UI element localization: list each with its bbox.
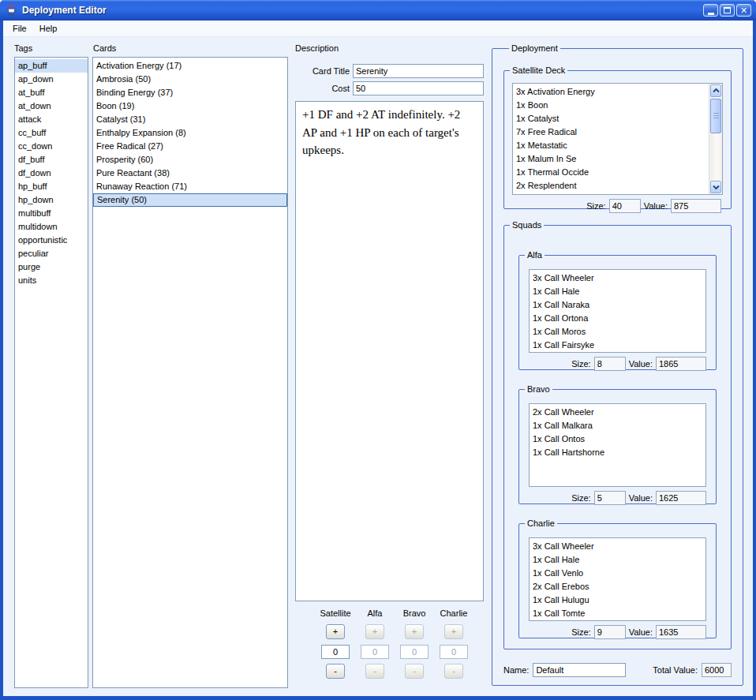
list-item[interactable]: peculiar	[15, 247, 88, 260]
squad-alfa-label: Alfa	[525, 250, 545, 260]
list-item[interactable]: attack	[15, 113, 88, 126]
scrollbar-up-button[interactable]	[710, 84, 721, 97]
charlie-size-label: Size:	[571, 627, 590, 637]
list-item[interactable]: 3x Call Wheeler	[530, 540, 705, 553]
list-item[interactable]: 1x Call Fairsyke	[530, 339, 705, 352]
chevron-up-icon	[713, 88, 720, 93]
list-item[interactable]: 1x Call Hartshorne	[530, 446, 705, 459]
list-item[interactable]: 2x Call Erebos	[530, 580, 705, 593]
list-item[interactable]: Activation Energy (17)	[93, 59, 287, 73]
list-item[interactable]: 1x Call Ortona	[530, 312, 705, 325]
list-item[interactable]: at_down	[15, 99, 88, 113]
titlebar[interactable]: Deployment Editor ✕	[0, 0, 756, 21]
satellite-count-input[interactable]	[321, 645, 350, 659]
list-item[interactable]: 1x Call Moros	[530, 325, 705, 339]
description-textarea[interactable]: +1 DF and +2 AT indefinitely. +2 AP and …	[295, 101, 484, 601]
list-item[interactable]: Ambrosia (50)	[93, 73, 287, 86]
list-item[interactable]: 1x Metastatic	[513, 139, 707, 152]
close-icon: ✕	[740, 6, 747, 15]
scrollbar-down-button[interactable]	[710, 181, 721, 193]
stepper-charlie-label: Charlie	[440, 608, 468, 620]
list-item[interactable]: 3x Activation Energy	[513, 85, 707, 99]
list-item[interactable]: Boon (19)	[93, 99, 287, 113]
stepper-alfa: Alfa + -	[355, 608, 395, 679]
maximize-button[interactable]	[720, 4, 735, 17]
java-coffee-cup-icon	[5, 3, 19, 17]
charlie-size-field	[594, 625, 626, 639]
tags-label: Tags	[14, 43, 32, 53]
list-item[interactable]: 1x Thermal Occide	[513, 166, 707, 179]
main-area: Tags ap_buffap_downat_buffat_downattackc…	[3, 37, 753, 696]
satellite-value-label: Value:	[644, 201, 668, 211]
list-item[interactable]: 2x Call Wheeler	[530, 406, 705, 419]
list-item[interactable]: multidown	[15, 220, 88, 234]
list-item[interactable]: 1x Call Tomte	[530, 607, 705, 620]
list-item[interactable]: ap_buff	[15, 59, 88, 73]
cost-label: Cost	[271, 84, 350, 93]
list-item[interactable]: Enthalpy Expansion (8)	[93, 126, 287, 140]
list-item[interactable]: 1x Malum In Se	[513, 152, 707, 166]
cost-input[interactable]	[353, 81, 484, 95]
cards-list[interactable]: Activation Energy (17)Ambrosia (50)Bindi…	[92, 57, 288, 688]
list-item[interactable]: df_down	[15, 167, 88, 180]
squad-charlie-list[interactable]: 3x Call Wheeler1x Call Hale1x Call Venlo…	[529, 537, 706, 621]
squad-bravo-label: Bravo	[525, 384, 552, 394]
maximize-icon	[724, 7, 731, 13]
list-item[interactable]: 1x Catalyst	[513, 112, 707, 125]
list-item[interactable]: Prosperity (60)	[93, 153, 287, 167]
list-item[interactable]: Runaway Reaction (71)	[93, 180, 287, 193]
satellite-deck-group: Satellite Deck 3x Activation Energy1x Bo…	[503, 66, 732, 209]
satellite-deck-label: Satellite Deck	[510, 66, 567, 75]
card-title-label: Card Title	[271, 66, 350, 76]
list-item[interactable]: Binding Energy (37)	[93, 86, 287, 99]
list-item[interactable]: 1x Call Ontos	[530, 432, 705, 446]
list-item[interactable]: 1x Call Hale	[530, 285, 705, 298]
list-item[interactable]: Catalyst (31)	[93, 113, 287, 126]
list-item[interactable]: opportunistic	[15, 234, 88, 247]
list-item[interactable]: multibuff	[15, 207, 88, 220]
list-item[interactable]: 1x Call Venlo	[530, 567, 705, 580]
list-item[interactable]: hp_buff	[15, 180, 88, 193]
list-item[interactable]: 2x Resplendent	[513, 179, 707, 193]
squad-bravo-list[interactable]: 2x Call Wheeler1x Call Malkara1x Call On…	[529, 403, 706, 487]
total-value-label: Total Value:	[653, 665, 698, 675]
tags-list[interactable]: ap_buffap_downat_buffat_downattackcc_buf…	[14, 57, 88, 688]
deployment-name-input[interactable]	[533, 663, 626, 677]
list-item[interactable]: 7x Free Radical	[513, 125, 707, 139]
list-item[interactable]: cc_buff	[15, 126, 88, 140]
list-item[interactable]: 3x Call Wheeler	[530, 271, 705, 285]
list-item[interactable]: 1x Call Malkara	[530, 419, 705, 432]
list-item[interactable]: 1x Boon	[513, 99, 707, 112]
list-item[interactable]: Free Radical (27)	[93, 140, 287, 153]
list-item[interactable]: 1x Call Hale	[530, 553, 705, 567]
menu-item-file[interactable]: File	[8, 22, 32, 35]
bravo-value-label: Value:	[629, 493, 653, 503]
satellite-size-field	[609, 199, 641, 213]
list-item[interactable]: hp_down	[15, 193, 88, 207]
bravo-size-label: Size:	[571, 493, 590, 503]
list-item[interactable]: 1x Call Naraka	[530, 298, 705, 312]
menu-item-help[interactable]: Help	[35, 22, 62, 35]
scrollbar-grip-icon	[713, 113, 719, 119]
satellite-decrement-button[interactable]: -	[326, 664, 345, 679]
list-item[interactable]: Serenity (50)	[93, 193, 287, 207]
list-item[interactable]: df_buff	[15, 153, 88, 167]
list-item[interactable]: cc_down	[15, 140, 88, 153]
alfa-decrement-button: -	[365, 664, 384, 679]
card-title-input[interactable]	[353, 64, 484, 78]
chevron-down-icon	[713, 185, 720, 189]
list-item[interactable]: Pure Reactant (38)	[93, 167, 287, 180]
close-button[interactable]: ✕	[736, 4, 751, 17]
satellite-increment-button[interactable]: +	[326, 624, 345, 639]
squad-alfa-list[interactable]: 3x Call Wheeler1x Call Hale1x Call Narak…	[529, 269, 706, 353]
list-item[interactable]: units	[15, 274, 88, 287]
scrollbar[interactable]	[709, 84, 722, 194]
list-item[interactable]: ap_down	[15, 73, 88, 86]
deployment-group: Deployment Satellite Deck	[492, 43, 743, 686]
list-item[interactable]: at_buff	[15, 86, 88, 99]
list-item[interactable]: 1x Call Hulugu	[530, 593, 705, 607]
scrollbar-thumb[interactable]	[710, 99, 721, 133]
minimize-button[interactable]	[703, 4, 718, 17]
list-item[interactable]: purge	[15, 260, 88, 274]
satellite-deck-list[interactable]: 3x Activation Energy1x Boon1x Catalyst7x…	[512, 83, 723, 195]
